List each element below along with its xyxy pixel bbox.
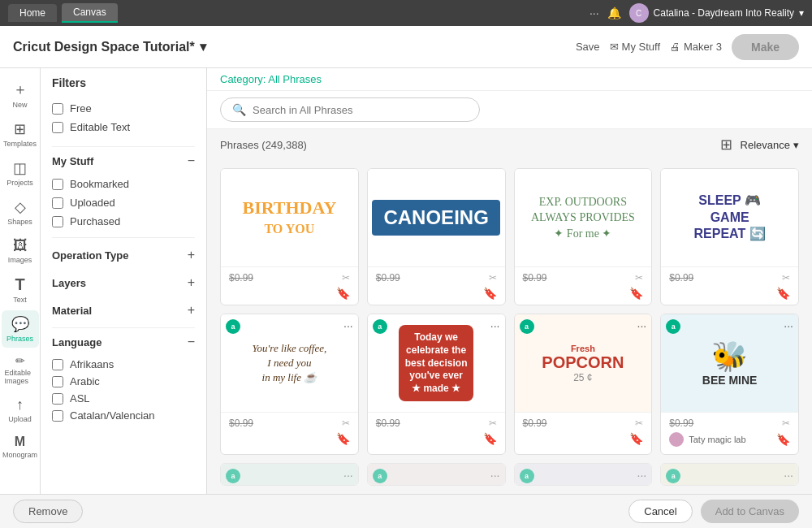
card-price: $0.99 bbox=[669, 272, 693, 283]
user-badge[interactable]: C Catalina - Daydream Into Reality ▾ bbox=[629, 3, 804, 23]
title-chevron-icon[interactable]: ▾ bbox=[200, 39, 206, 54]
filter-uploaded[interactable]: Uploaded bbox=[52, 193, 195, 212]
more-icon[interactable]: ··· bbox=[490, 469, 500, 482]
sidebar-item-text[interactable]: T Text bbox=[2, 270, 39, 309]
more-icon[interactable]: ··· bbox=[343, 319, 353, 332]
sidebar-item-templates[interactable]: ⊞ Templates bbox=[2, 115, 39, 153]
lang-asl[interactable]: ASL bbox=[52, 390, 195, 407]
content-area: Category: All Phrases 🔍 Phrases (249,388… bbox=[207, 68, 812, 494]
bookmark-icon[interactable]: 🔖 bbox=[336, 432, 350, 445]
afrikaans-checkbox[interactable] bbox=[52, 359, 63, 370]
material-header: Material + bbox=[52, 300, 195, 321]
filters-panel: Filters Free Editable Text My Stuff − Bo… bbox=[41, 68, 207, 494]
sidebar-item-upload[interactable]: ↑ Upload bbox=[2, 392, 39, 428]
card-badge: a bbox=[226, 319, 240, 334]
sidebar-item-shapes[interactable]: ◇ Shapes bbox=[2, 193, 39, 231]
catalan-checkbox[interactable] bbox=[52, 410, 63, 422]
more-icon[interactable]: ··· bbox=[590, 6, 599, 19]
more-icon[interactable]: ··· bbox=[637, 469, 647, 482]
card-footer: $0.99 ✂ Taty magic lab 🔖 bbox=[661, 412, 798, 453]
editable-text-checkbox[interactable] bbox=[52, 122, 63, 133]
bookmarked-checkbox[interactable] bbox=[52, 179, 63, 190]
card-partial-4[interactable]: a ··· bbox=[660, 463, 799, 486]
card-sleep[interactable]: SLEEP 🎮GAMEREPEAT 🔄 $0.99 ✂ 🔖 bbox=[660, 168, 799, 305]
card-badge: a bbox=[666, 469, 680, 483]
more-icon[interactable]: ··· bbox=[343, 469, 353, 482]
monogram-icon: M bbox=[15, 435, 25, 449]
arabic-checkbox[interactable] bbox=[52, 376, 63, 387]
tab-home[interactable]: Home bbox=[8, 4, 57, 22]
sidebar-item-images[interactable]: 🖼 Images bbox=[2, 232, 39, 269]
card-price: $0.99 bbox=[229, 272, 253, 283]
more-icon[interactable]: ··· bbox=[784, 469, 793, 482]
more-icon[interactable]: ··· bbox=[784, 319, 793, 332]
card-partial-3[interactable]: a ··· bbox=[514, 463, 653, 486]
avatar: C bbox=[629, 3, 649, 23]
grid-toggle-icon[interactable]: ⊞ bbox=[720, 136, 732, 154]
expand-icon[interactable]: + bbox=[188, 248, 195, 262]
uploaded-checkbox[interactable] bbox=[52, 197, 63, 209]
filter-purchased[interactable]: Purchased bbox=[52, 212, 195, 231]
lang-catalan[interactable]: Catalan/Valencian bbox=[52, 407, 195, 424]
lang-arabic[interactable]: Arabic bbox=[52, 373, 195, 390]
bell-icon[interactable]: 🔔 bbox=[607, 6, 621, 19]
relevance-button[interactable]: Relevance ▾ bbox=[741, 139, 799, 151]
language-title: Language bbox=[52, 336, 102, 348]
sidebar-item-projects[interactable]: ◫ Projects bbox=[2, 154, 39, 192]
card-design-text: 🐝 BEE MINE bbox=[702, 340, 758, 387]
card-partial-1[interactable]: a ··· bbox=[220, 463, 359, 486]
card-badge: a bbox=[666, 319, 680, 334]
bookmark-icon[interactable]: 🔖 bbox=[776, 287, 790, 300]
sidebar-item-label: Editable Images bbox=[5, 369, 36, 385]
relevance-chevron-icon: ▾ bbox=[793, 139, 799, 151]
sidebar-item-label: Phrases bbox=[6, 335, 33, 343]
card-design-text: EXP. OUTDOORSALWAYS PROVIDES✦ For me ✦ bbox=[531, 194, 635, 242]
card-popcorn[interactable]: a ··· Fresh POPCORN 25 ¢ $0.99 ✂ 🔖 bbox=[514, 314, 653, 454]
sidebar-item-editable-images[interactable]: ✏ Editable Images bbox=[2, 349, 39, 390]
bookmark-icon[interactable]: 🔖 bbox=[483, 287, 497, 300]
tab-canvas[interactable]: Canvas bbox=[62, 3, 118, 23]
purchased-checkbox[interactable] bbox=[52, 216, 63, 227]
card-coffee[interactable]: a ··· You're like coffee,I need youin my… bbox=[220, 314, 359, 454]
maker-button[interactable]: 🖨 Maker 3 bbox=[670, 41, 722, 53]
search-input[interactable] bbox=[253, 104, 468, 116]
card-bookmark-row: 🔖 bbox=[669, 287, 790, 300]
card-birthday[interactable]: BIRTHDAYTO YOU $0.99 ✂ 🔖 bbox=[220, 168, 359, 305]
filter-free[interactable]: Free bbox=[52, 99, 195, 118]
filter-editable-text[interactable]: Editable Text bbox=[52, 118, 195, 136]
sidebar-item-monogram[interactable]: M Monogram bbox=[2, 430, 39, 464]
more-icon[interactable]: ··· bbox=[490, 319, 500, 332]
bookmark-icon[interactable]: 🔖 bbox=[629, 287, 643, 300]
card-canoeing[interactable]: CANOEING $0.99 ✂ 🔖 bbox=[367, 168, 506, 305]
card-provides[interactable]: EXP. OUTDOORSALWAYS PROVIDES✦ For me ✦ $… bbox=[514, 168, 653, 305]
lang-afrikaans[interactable]: Afrikaans bbox=[52, 356, 195, 373]
expand-icon[interactable]: + bbox=[188, 303, 195, 318]
expand-icon[interactable]: + bbox=[188, 275, 195, 290]
add-to-canvas-button: Add to Canvas bbox=[701, 500, 799, 523]
asl-checkbox[interactable] bbox=[52, 393, 63, 405]
bookmark-icon[interactable]: 🔖 bbox=[629, 432, 643, 445]
top-bar: Home Canvas ··· 🔔 C Catalina - Daydream … bbox=[0, 0, 812, 26]
filter-bookmarked[interactable]: Bookmarked bbox=[52, 175, 195, 193]
card-beemine[interactable]: a ··· 🐝 BEE MINE $0.99 ✂ Taty magic lab bbox=[660, 314, 799, 454]
cancel-button[interactable]: Cancel bbox=[628, 500, 692, 523]
bookmark-icon[interactable]: 🔖 bbox=[776, 433, 790, 446]
card-badge: a bbox=[226, 469, 240, 483]
sidebar-item-label: Monogram bbox=[2, 451, 37, 459]
card-partial-2[interactable]: a ··· bbox=[367, 463, 506, 486]
free-checkbox[interactable] bbox=[52, 103, 63, 115]
remove-button[interactable]: Remove bbox=[13, 500, 83, 523]
card-footer: $0.99 ✂ 🔖 bbox=[221, 266, 358, 305]
sidebar-item-phrases[interactable]: 💬 Phrases bbox=[2, 310, 39, 348]
bottom-right: Cancel Add to Canvas bbox=[628, 500, 799, 523]
collapse-icon[interactable]: − bbox=[188, 335, 195, 349]
more-icon[interactable]: ··· bbox=[637, 319, 647, 332]
sidebar-item-new[interactable]: ＋ New bbox=[2, 75, 39, 114]
card-celebrate[interactable]: a ··· Today wecelebrate thebest decision… bbox=[367, 314, 506, 454]
my-stuff-button[interactable]: ✉ My Stuff bbox=[610, 41, 660, 53]
bookmark-icon[interactable]: 🔖 bbox=[336, 287, 350, 300]
card-price-row: $0.99 ✂ bbox=[229, 418, 350, 429]
collapse-icon[interactable]: − bbox=[188, 154, 195, 168]
bookmark-icon[interactable]: 🔖 bbox=[483, 432, 497, 445]
save-button[interactable]: Save bbox=[576, 41, 600, 53]
